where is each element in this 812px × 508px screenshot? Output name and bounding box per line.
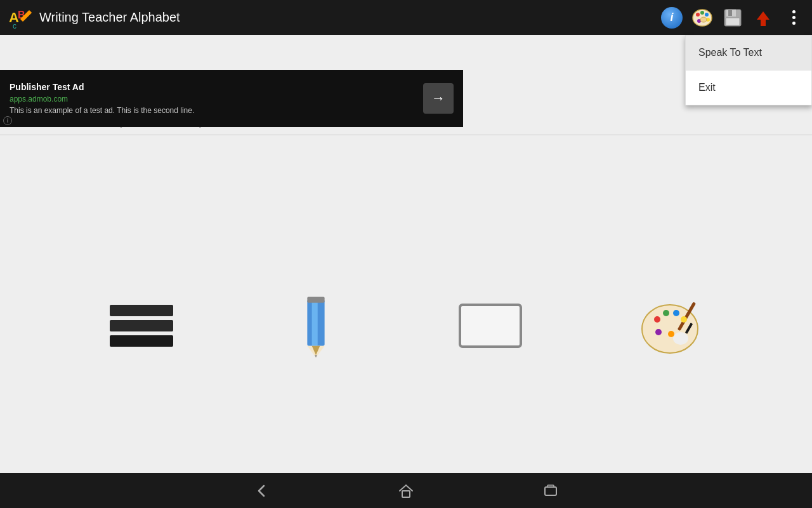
svg-point-11 [700,17,707,22]
svg-point-8 [705,13,709,17]
svg-rect-35 [547,485,554,487]
more-options-button[interactable] [782,6,806,30]
svg-point-24 [673,332,688,345]
svg-point-30 [681,316,687,323]
arrow-up-icon [754,8,773,27]
back-button[interactable] [252,482,270,500]
back-icon [252,482,270,500]
three-dots-icon [792,10,796,25]
top-bar: A B c Writing Teacher Alphabet i [0,0,812,35]
svg-rect-18 [311,300,317,346]
info-button[interactable]: i [660,6,684,30]
recents-button[interactable] [542,482,560,500]
svg-rect-15 [726,18,740,25]
svg-point-6 [696,13,700,17]
info-icon: i [661,7,683,29]
home-button[interactable] [397,482,415,500]
bottom-bar [0,473,812,508]
icons-area [0,294,812,358]
ad-content: Publisher Test Ad apps.admob.com This is… [10,82,417,115]
svg-rect-14 [728,10,732,16]
ad-arrow-button[interactable]: → [423,83,454,114]
ad-title: Publisher Test Ad [10,82,417,92]
floppy-icon [723,8,742,27]
arrow-icon: → [431,90,445,107]
app-title: Writing Teacher Alphabet [39,10,660,25]
pencil-icon[interactable] [291,294,341,358]
palette-button[interactable] [690,6,714,30]
home-icon [397,482,415,500]
svg-rect-33 [402,491,410,497]
upload-button[interactable] [751,6,775,30]
save-button[interactable] [721,6,745,30]
palette-bottom-icon[interactable] [639,297,703,354]
svg-text:c: c [13,22,16,30]
ad-url[interactable]: apps.admob.com [10,95,417,104]
svg-point-31 [655,329,662,335]
hamburger-icon[interactable] [110,305,173,347]
svg-point-27 [654,316,660,323]
app-logo: A B c [6,4,33,31]
palette-icon [691,7,713,29]
svg-point-7 [700,11,704,15]
topbar-icons: i [660,6,806,30]
ad-text: This is an example of a test ad. This is… [10,106,417,115]
speak-to-text-item[interactable]: Speak To Text [686,36,811,70]
svg-rect-34 [545,487,556,495]
svg-marker-16 [757,11,769,26]
svg-point-29 [673,310,679,316]
ad-info-badge: i [3,116,12,125]
svg-point-32 [668,331,674,337]
recents-icon [542,482,560,500]
dropdown-menu: Speak To Text Exit [685,35,812,105]
exit-item[interactable]: Exit [686,70,811,105]
ad-banner: Publisher Test Ad apps.admob.com This is… [0,70,463,127]
svg-point-28 [663,310,669,316]
svg-rect-19 [307,297,324,303]
tablet-icon[interactable] [459,304,522,348]
